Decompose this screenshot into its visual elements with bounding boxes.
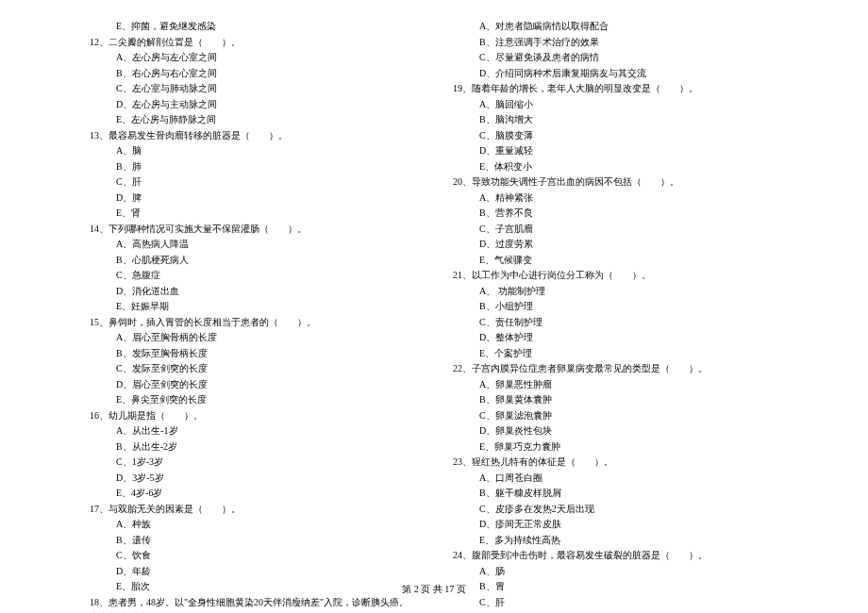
q20-stem: 20、导致功能失调性子宫出血的病因不包括（ ）。 [453, 174, 778, 191]
q14-option-c: C、急腹症 [90, 268, 415, 284]
q19-option-a: A、脑回缩小 [453, 97, 778, 113]
q16-option-e: E、4岁-6岁 [90, 486, 415, 502]
q11-option-e: E、抑菌，避免继发感染 [90, 19, 415, 35]
q13-option-d: D、脾 [90, 191, 415, 207]
q14-stem: 14、下列哪种情况可实施大量不保留灌肠（ ）。 [90, 222, 415, 238]
q23-option-e: E、多为持续性高热 [453, 533, 778, 549]
q12-option-c: C、左心室与肺动脉之间 [90, 81, 415, 97]
q12-option-d: D、左心房与主动脉之间 [90, 97, 415, 113]
page-footer: 第 2 页 共 17 页 [0, 583, 868, 596]
q15-stem: 15、鼻饲时，插入胃管的长度相当于患者的（ ）。 [90, 315, 415, 331]
q21-option-a: A、 功能制护理 [453, 284, 778, 300]
q22-option-a: A、卵巢恶性肿瘤 [453, 377, 778, 393]
q23-option-b: B、躯干糠皮样脱屑 [453, 486, 778, 502]
q14-option-b: B、心肌梗死病人 [90, 253, 415, 269]
q16-stem: 16、幼儿期是指（ ）。 [90, 408, 415, 424]
q12-stem: 12、二尖瓣的解剖位置是（ ）。 [90, 35, 415, 51]
q17-option-a: A、种族 [90, 517, 415, 533]
q16-option-a: A、从出生-1岁 [90, 423, 415, 439]
q16-option-d: D、3岁-5岁 [90, 471, 415, 487]
q21-option-e: E、个案护理 [453, 346, 778, 362]
q22-option-d: D、卵巢炎性包块 [453, 423, 778, 439]
q17-stem: 17、与双胎无关的因素是（ ）。 [90, 502, 415, 518]
q18-option-a: A、对患者隐瞒病情以取得配合 [453, 19, 778, 35]
q21-option-c: C、责任制护理 [453, 315, 778, 331]
q15-option-e: E、鼻尖至剑突的长度 [90, 392, 415, 408]
q12-option-e: E、左心房与肺静脉之间 [90, 112, 415, 128]
q19-stem: 19、随着年龄的增长，老年人大脑的明显改变是（ ）。 [453, 81, 778, 97]
q24-stem: 24、腹部受到冲击伤时，最容易发生破裂的脏器是（ ）。 [453, 548, 778, 564]
q12-option-a: A、左心房与左心室之间 [90, 50, 415, 66]
q20-option-e: E、气候骤变 [453, 253, 778, 269]
left-column: E、抑菌，避免继发感染 12、二尖瓣的解剖位置是（ ）。 A、左心房与左心室之间… [90, 19, 415, 613]
q20-option-b: B、营养不良 [453, 206, 778, 222]
q15-option-a: A、眉心至胸骨柄的长度 [90, 330, 415, 346]
q23-option-d: D、疹间无正常皮肤 [453, 517, 778, 533]
q13-option-a: A、脑 [90, 143, 415, 159]
q20-option-d: D、过度劳累 [453, 237, 778, 253]
right-column: A、对患者隐瞒病情以取得配合 B、注意强调手术治疗的效果 C、尽量避免谈及患者的… [453, 19, 778, 613]
q23-stem: 23、猩红热儿特有的体征是（ ）。 [453, 455, 778, 471]
q16-option-b: B、从出生-2岁 [90, 439, 415, 456]
q15-option-b: B、发际至胸骨柄长度 [90, 346, 415, 362]
q22-stem: 22、子宫内膜异位症患者卵巢病变最常见的类型是（ ）。 [453, 361, 778, 377]
q13-option-b: B、肺 [90, 159, 415, 175]
q15-option-d: D、眉心至剑突的长度 [90, 377, 415, 393]
q22-option-c: C、卵巢滤泡囊肿 [453, 408, 778, 424]
q14-option-a: A、高热病人降温 [90, 237, 415, 253]
q19-option-c: C、脑膜变薄 [453, 128, 778, 144]
q21-stem: 21、以工作为中心进行岗位分工称为（ ）。 [453, 268, 778, 284]
q22-option-e: E、卵巢巧克力囊肿 [453, 439, 778, 456]
q14-option-d: D、消化道出血 [90, 284, 415, 300]
q19-option-e: E、体积变小 [453, 159, 778, 175]
q17-option-c: C、饮食 [90, 548, 415, 564]
q16-option-c: C、1岁-3岁 [90, 455, 415, 471]
q19-option-d: D、重量减轻 [453, 143, 778, 159]
q18-option-d: D、介绍同病种术后康复期病友与其交流 [453, 66, 778, 82]
q17-option-d: D、年龄 [90, 564, 415, 580]
q18-stem-line1: 18、患者男，48岁。以"全身性细胞黄染20天伴消瘦纳差"入院，诊断胰头癌。患者… [90, 595, 415, 614]
q13-option-c: C、肝 [90, 174, 415, 191]
page-content: E、抑菌，避免继发感染 12、二尖瓣的解剖位置是（ ）。 A、左心房与左心室之间… [0, 19, 868, 613]
q13-option-e: E、肾 [90, 206, 415, 222]
q18-option-b: B、注意强调手术治疗的效果 [453, 35, 778, 51]
q12-option-b: B、右心房与右心室之间 [90, 66, 415, 82]
q17-option-b: B、遗传 [90, 533, 415, 549]
q15-option-c: C、发际至剑突的长度 [90, 361, 415, 377]
q24-option-c: C、肝 [453, 595, 778, 611]
q14-option-e: E、妊娠早期 [90, 299, 415, 315]
q19-option-b: B、脑沟增大 [453, 112, 778, 128]
q18-option-c: C、尽量避免谈及患者的病情 [453, 50, 778, 66]
q13-stem: 13、最容易发生骨肉瘤转移的脏器是（ ）。 [90, 128, 415, 144]
q20-option-c: C、子宫肌瘤 [453, 222, 778, 238]
q24-option-a: A、肠 [453, 564, 778, 580]
q23-option-a: A、口周苍白圈 [453, 471, 778, 487]
q21-option-d: D、整体护理 [453, 330, 778, 346]
q21-option-b: B、小组护理 [453, 299, 778, 315]
q22-option-b: B、卵巢黄体囊肿 [453, 392, 778, 408]
q23-option-c: C、皮疹多在发热2天后出现 [453, 502, 778, 518]
q20-option-a: A、精神紧张 [453, 191, 778, 207]
